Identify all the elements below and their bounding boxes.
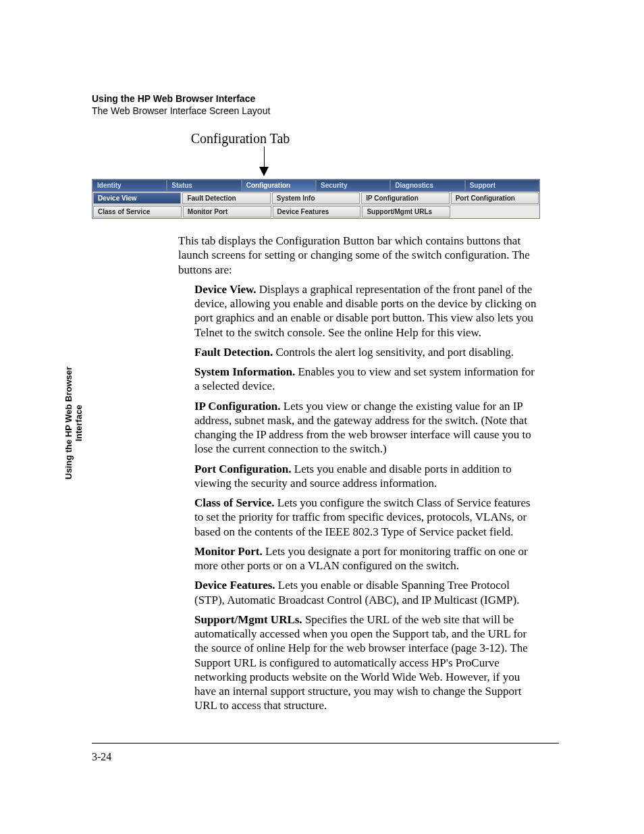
- tab-status[interactable]: Status: [167, 180, 241, 191]
- subbtn-empty: [452, 206, 539, 217]
- feature-item-1: Fault Detection. Controls the alert log …: [194, 345, 539, 359]
- sub-button-row-1: Device View Fault Detection System Info …: [92, 192, 539, 205]
- feature-list: Device View. Displays a graphical repres…: [194, 282, 539, 713]
- subbtn-system-info[interactable]: System Info: [272, 192, 360, 204]
- feature-name: Monitor Port.: [194, 545, 263, 558]
- feature-name: IP Configuration.: [194, 400, 281, 413]
- page-number: 3-24: [92, 751, 111, 763]
- subbtn-device-features[interactable]: Device Features: [273, 206, 361, 217]
- callout-arrow: [173, 147, 308, 179]
- feature-item-0: Device View. Displays a graphical repres…: [194, 282, 539, 340]
- feature-desc: Controls the alert log sensitivity, and …: [275, 346, 514, 359]
- subbtn-ip-configuration[interactable]: IP Configuration: [361, 192, 449, 204]
- tab-configuration[interactable]: Configuration: [242, 180, 316, 191]
- side-label-line1: Using the HP Web Browser: [63, 367, 74, 479]
- subbtn-device-view[interactable]: Device View: [93, 192, 181, 204]
- configuration-screenshot-figure: Identity Status Configuration Security D…: [92, 179, 540, 219]
- feature-item-2: System Information. Enables you to view …: [194, 365, 539, 394]
- intro-paragraph: This tab displays the Configuration Butt…: [178, 234, 539, 277]
- feature-name: Class of Service.: [194, 496, 275, 509]
- callout-label: Configuration Tab: [173, 131, 308, 147]
- tab-identity[interactable]: Identity: [92, 180, 167, 191]
- feature-item-3: IP Configuration. Lets you view or chang…: [194, 399, 539, 457]
- sub-button-row-2: Class of Service Monitor Port Device Fea…: [92, 205, 539, 218]
- body-text: This tab displays the Configuration Butt…: [178, 234, 539, 713]
- header-title: Using the HP Web Browser Interface: [92, 93, 559, 104]
- feature-item-5: Class of Service. Lets you configure the…: [194, 496, 539, 539]
- feature-name: Support/Mgmt URLs.: [194, 613, 302, 626]
- subbtn-port-configuration[interactable]: Port Configuration: [451, 192, 539, 204]
- subbtn-support-mgmt-urls[interactable]: Support/Mgmt URLs: [362, 206, 450, 217]
- side-tab-label: Using the HP Web Browser Interface: [64, 367, 84, 479]
- main-tab-row: Identity Status Configuration Security D…: [92, 180, 539, 192]
- feature-name: Device View.: [194, 283, 257, 296]
- subbtn-fault-detection[interactable]: Fault Detection: [182, 192, 270, 204]
- side-label-line2: Interface: [74, 405, 84, 441]
- feature-desc: Specifies the URL of the web site that w…: [194, 613, 528, 712]
- feature-name: Port Configuration.: [194, 463, 292, 475]
- subbtn-class-of-service[interactable]: Class of Service: [93, 206, 182, 217]
- footer-rule: [92, 743, 559, 744]
- feature-name: Device Features.: [194, 579, 275, 592]
- feature-name: Fault Detection.: [194, 346, 273, 359]
- header-subtitle: The Web Browser Interface Screen Layout: [92, 105, 559, 116]
- feature-item-7: Device Features. Lets you enable or disa…: [194, 578, 539, 607]
- feature-item-8: Support/Mgmt URLs. Specifies the URL of …: [194, 613, 539, 713]
- feature-item-6: Monitor Port. Lets you designate a port …: [194, 544, 539, 573]
- feature-name: System Information.: [194, 365, 295, 378]
- tab-security[interactable]: Security: [316, 180, 390, 191]
- subbtn-monitor-port[interactable]: Monitor Port: [183, 206, 271, 217]
- tab-diagnostics[interactable]: Diagnostics: [390, 180, 464, 191]
- tab-support[interactable]: Support: [465, 180, 539, 191]
- feature-item-4: Port Configuration. Lets you enable and …: [194, 462, 539, 491]
